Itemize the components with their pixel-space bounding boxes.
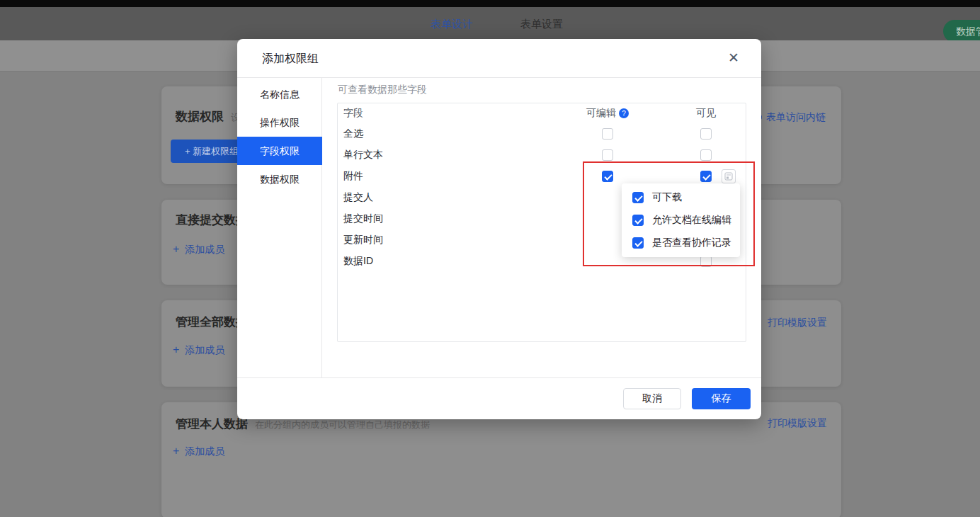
add-member-label: 添加成员: [185, 244, 224, 255]
section-title-text: 数据权限: [176, 110, 224, 123]
section-title-text: 管理本人数据: [176, 417, 248, 431]
editable-checkbox[interactable]: [602, 128, 613, 140]
visible-checkbox[interactable]: [700, 128, 712, 140]
section-desc: 在此分组内的成员可以管理自己填报的数据: [255, 419, 430, 430]
visible-checkbox[interactable]: [700, 171, 712, 182]
add-member-link[interactable]: +添加成员: [173, 343, 224, 357]
field-name: 提交时间: [343, 212, 383, 225]
popup-option-checkbox[interactable]: [632, 237, 644, 249]
print-template-link[interactable]: 打印模版设置: [768, 416, 827, 430]
popup-option-checkbox[interactable]: [632, 215, 644, 226]
attachment-settings-icon[interactable]: [722, 169, 736, 183]
cancel-button[interactable]: 取消: [623, 388, 681, 409]
dialog-tab-操作权限[interactable]: 操作权限: [237, 108, 322, 137]
help-icon[interactable]: ?: [619, 108, 629, 118]
editable-checkbox[interactable]: [602, 171, 613, 182]
add-member-label: 添加成员: [185, 445, 224, 457]
table-row: 单行文本: [338, 144, 746, 166]
field-name: 单行文本: [343, 149, 383, 161]
field-name: 数据ID: [343, 255, 373, 268]
field-name: 提交人: [343, 191, 373, 204]
dialog-tab-字段权限[interactable]: 字段权限: [237, 137, 322, 165]
tab-form-settings[interactable]: 表单设置: [520, 7, 563, 40]
add-member-label: 添加成员: [185, 344, 224, 356]
top-black-strip: [0, 0, 980, 7]
print-template-link[interactable]: 打印模版设置: [768, 315, 827, 329]
field-name: 全选: [343, 127, 363, 140]
popup-option-label: 可下载: [652, 191, 682, 204]
dialog-tab-名称信息[interactable]: 名称信息: [237, 80, 322, 108]
add-member-link[interactable]: +添加成员: [173, 242, 224, 256]
close-icon[interactable]: ✕: [724, 49, 743, 67]
dialog-sidebar: 名称信息操作权限字段权限数据权限: [237, 78, 322, 377]
visible-checkbox[interactable]: [700, 256, 712, 267]
popup-option-label: 允许文档在线编辑: [652, 214, 731, 227]
column-field: 字段: [343, 107, 363, 120]
table-row: 全选: [338, 123, 746, 144]
footer-divider: [237, 377, 761, 378]
popup-option: 允许文档在线编辑: [622, 209, 740, 232]
form-access-link-label: 表单访问内链: [766, 111, 826, 123]
data-manage-button[interactable]: 数据管理: [943, 20, 980, 42]
dialog-header: 添加权限组 ✕: [237, 39, 761, 78]
dialog-tab-数据权限[interactable]: 数据权限: [237, 165, 322, 193]
dialog-title: 添加权限组: [262, 52, 319, 67]
field-name: 附件: [343, 170, 363, 183]
tab-form-design[interactable]: 表单设计: [431, 7, 473, 40]
visible-checkbox[interactable]: [700, 149, 712, 161]
save-button[interactable]: 保存: [692, 388, 751, 409]
attachment-options-popup: 可下载允许文档在线编辑是否查看协作记录: [622, 183, 740, 257]
top-navbar: 表单设计 表单设置 数据管理: [0, 7, 980, 40]
popup-option: 可下载: [622, 186, 740, 209]
column-editable: 可编辑 ?: [586, 107, 629, 120]
editable-checkbox[interactable]: [602, 149, 613, 161]
plus-icon: +: [173, 243, 179, 255]
table-header-row: 字段 可编辑 ? 可见: [338, 103, 746, 123]
popup-option-label: 是否查看协作记录: [652, 237, 731, 249]
column-editable-label: 可编辑: [586, 107, 616, 120]
plus-icon: +: [173, 343, 179, 356]
form-access-link[interactable]: 表单访问内链: [753, 110, 826, 124]
section-manage-own: 管理本人数据在此分组内的成员可以管理自己填报的数据 +添加成员 打印模版设置: [161, 402, 841, 517]
column-visible: 可见: [696, 107, 716, 120]
popup-option: 是否查看协作记录: [622, 232, 740, 254]
add-member-link[interactable]: +添加成员: [173, 444, 224, 458]
field-name: 更新时间: [343, 234, 383, 246]
plus-icon: +: [173, 445, 179, 457]
field-section-label: 可查看数据那些字段: [338, 84, 427, 96]
popup-option-checkbox[interactable]: [632, 192, 644, 203]
